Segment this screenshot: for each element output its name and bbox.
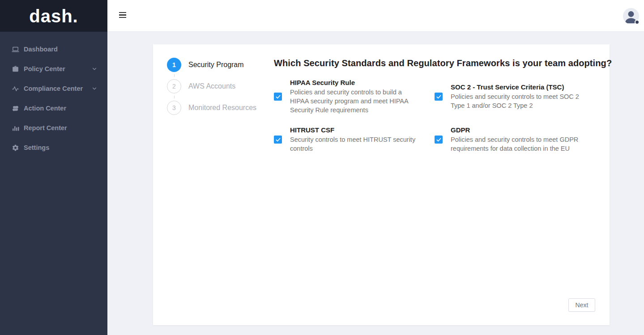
option-hitrust: HITRUST CSF Security controls to meet HI…: [274, 126, 422, 153]
option-title: GDPR: [451, 126, 582, 134]
step-connector: [174, 74, 175, 77]
hamburger-bar: [119, 17, 126, 18]
logo-area: dash.: [0, 0, 107, 32]
step-aws-accounts[interactable]: 2 AWS Accounts: [167, 79, 256, 93]
gear-icon: [12, 144, 19, 152]
option-description: Policies and security controls to meet S…: [451, 92, 582, 110]
sidebar-item-label: Report Center: [24, 124, 98, 131]
option-title: HITRUST CSF: [290, 126, 422, 134]
option-title: HIPAA Security Rule: [290, 79, 422, 86]
soc2-checkbox[interactable]: [435, 93, 443, 101]
onboarding-card: 1 Security Program 2 AWS Accounts 3 Moni…: [153, 44, 610, 325]
sidebar-item-dashboard[interactable]: Dashboard: [0, 39, 107, 59]
gdpr-checkbox[interactable]: [435, 136, 443, 144]
option-description: Security controls to meet HITRUST securi…: [290, 135, 422, 153]
page-title: Which Security Standards and Regulatory …: [274, 58, 601, 68]
main-content: 1 Security Program 2 AWS Accounts 3 Moni…: [107, 32, 644, 335]
option-text: HIPAA Security Rule Policies and securit…: [290, 79, 422, 114]
hitrust-checkbox[interactable]: [274, 136, 282, 144]
user-avatar[interactable]: [623, 8, 639, 24]
framework-options: HIPAA Security Rule Policies and securit…: [274, 79, 601, 153]
next-button[interactable]: Next: [568, 298, 595, 312]
chevron-down-icon[interactable]: [91, 66, 98, 72]
hamburger-bar: [119, 12, 126, 13]
laptop-icon: [12, 46, 19, 53]
sidebar-item-policy-center[interactable]: Policy Center: [0, 59, 107, 79]
sidebar: dash. Dashboard Policy Center Compliance…: [0, 0, 107, 335]
option-description: Policies and security controls to meet G…: [451, 135, 582, 153]
step-label: Monitored Resources: [188, 104, 256, 112]
sidebar-item-label: Action Center: [24, 105, 98, 112]
sidebar-item-settings[interactable]: Settings: [0, 138, 107, 157]
hamburger-bar: [119, 14, 126, 15]
toggles-icon: [12, 105, 19, 112]
avatar-status-badge: [635, 20, 640, 25]
option-text: GDPR Policies and security controls to m…: [451, 126, 582, 153]
step-connector: [174, 96, 175, 98]
step-monitored-resources[interactable]: 3 Monitored Resources: [167, 101, 256, 115]
sidebar-item-compliance-center[interactable]: Compliance Center: [0, 79, 107, 98]
sidebar-item-label: Compliance Center: [24, 85, 91, 92]
hamburger-menu-icon[interactable]: [119, 12, 126, 18]
step-number: 1: [167, 58, 181, 72]
hipaa-checkbox[interactable]: [274, 93, 282, 101]
dash-logo: dash.: [29, 7, 78, 25]
sidebar-item-label: Settings: [24, 144, 98, 151]
option-hipaa: HIPAA Security Rule Policies and securit…: [274, 79, 422, 114]
sidebar-item-label: Policy Center: [24, 65, 91, 72]
step-security-program[interactable]: 1 Security Program: [167, 58, 256, 72]
step-label: AWS Accounts: [188, 82, 235, 90]
option-soc2: SOC 2 - Trust Service Criteria (TSC) Pol…: [435, 83, 582, 110]
option-description: Policies and security controls to build …: [290, 88, 422, 114]
briefcase-icon: [12, 65, 19, 73]
bar-chart-icon: [12, 124, 19, 132]
sidebar-item-report-center[interactable]: Report Center: [0, 118, 107, 138]
topbar: [107, 0, 644, 32]
option-title: SOC 2 - Trust Service Criteria (TSC): [451, 83, 582, 91]
option-text: HITRUST CSF Security controls to meet HI…: [290, 126, 422, 153]
sidebar-item-label: Dashboard: [24, 46, 98, 53]
sidebar-item-action-center[interactable]: Action Center: [0, 98, 107, 118]
step-label: Security Program: [188, 61, 244, 69]
chevron-down-icon[interactable]: [91, 85, 98, 92]
sidebar-nav: Dashboard Policy Center Compliance Cente…: [0, 32, 107, 157]
wizard-panel: Which Security Standards and Regulatory …: [274, 58, 601, 153]
option-gdpr: GDPR Policies and security controls to m…: [435, 126, 582, 153]
step-number: 3: [167, 101, 181, 115]
option-text: SOC 2 - Trust Service Criteria (TSC) Pol…: [451, 83, 582, 110]
wizard-stepper: 1 Security Program 2 AWS Accounts 3 Moni…: [167, 58, 256, 115]
step-number: 2: [167, 79, 181, 93]
activity-icon: [12, 85, 19, 93]
